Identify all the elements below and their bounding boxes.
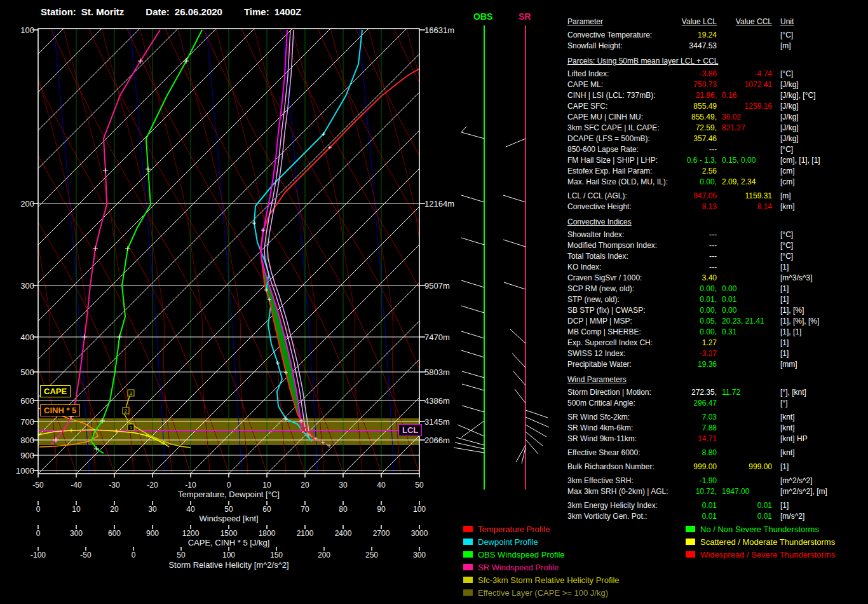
table-cell: Modified Thompson Index: [567,240,674,251]
profile-legend-item: Temperature Profile [463,523,620,535]
table-row: Max. Hail Size (OLD, MU, IL):0.00,2.09, … [567,177,866,188]
table-cell: --- [674,251,717,262]
table-row: Convective Temperature:19.24[°C] [567,30,866,41]
table-cell [717,434,772,444]
table-row: Precipitable Water:19.36[mm] [567,359,866,370]
table-row: SR Wind Sfc-2km:7.03[knt] [567,412,866,423]
table-cell: SWISS 12 Index: [567,348,674,359]
table-cell: [°C] [772,144,866,155]
table-cell: 0.05, [674,316,717,327]
table-cell: 3447.53 [674,41,717,51]
table-cell: 2.09, 2.34 [717,177,772,188]
table-cell: [1], [%], [%] [772,316,866,327]
legend-swatch [686,551,695,558]
table-cell: [°C] [772,240,866,251]
table-row: LCL / CCL (AGL):947.051159.31[m] [567,191,866,202]
table-cell: Craven SigSvr / 1000: [567,273,674,284]
table-cell: 750.73 [674,79,717,90]
table-cell: 3km SFC CAPE | IL CAPE: [567,123,674,134]
profile-legend-item: Sfc-3km Storm Relative Helicity Profile [463,573,620,586]
table-cell [717,262,772,273]
table-cell: [m^2/s^2] [772,476,866,486]
table-cell: 855.49 [674,101,717,112]
obs-column-label: OBS [473,11,492,22]
table-cell: [km] [772,202,866,212]
profile-legend-item: Effective Layer (CAPE >= 100 J/kg) [463,586,620,599]
table-row: Convective Height:8.138.14[km] [567,202,866,212]
table-row: 500m Critical Angle:296.47[°] [567,398,866,409]
cinh-profile-label: CINH * 5 [40,404,80,416]
table-cell: LCL / CCL (AGL): [567,191,674,202]
table-cell [717,144,772,155]
table-row: Estofex Exp. Hail Param:2.56[cm] [567,166,866,177]
table-cell [717,41,772,51]
table-row: DCP | MMP | MSP:0.05,20.23, 21.41[1], [%… [567,316,866,327]
table-cell [717,30,772,41]
profile-legend-item: Dewpoint Profile [463,535,620,548]
table-cell: Total Totals Index: [567,251,674,262]
table-cell [717,166,772,177]
table-cell [717,230,772,240]
table-cell: DCAPE (LFS = 500mB): [567,134,674,144]
table-cell: CAPE ML: [567,79,674,90]
table-cell: Exp. Supercell Index CH: [567,338,674,348]
profile-legend-item: OBS Windspeed Profile [463,548,620,561]
legend-text: OBS Windspeed Profile [478,550,565,559]
table-cell [717,359,772,370]
table-row: CAPE ML:750.731072.41[J/kg] [567,79,866,90]
table-cell: Max. Hail Size (OLD, MU, IL): [567,177,674,188]
table-cell: [knt] [772,448,866,458]
table-cell: 7.88 [674,423,717,434]
table-cell: 1159.31 [717,191,772,202]
legend-text: Sfc-3km Storm Relative Helicity Profile [478,575,620,585]
table-cell: [1] [772,262,866,273]
table-cell: 72.59, [674,123,717,134]
table-cell: Snowfall Height: [567,41,674,51]
table-cell: 10.72, [674,486,717,497]
cape-profile-label: CAPE [40,385,71,397]
legend-text: Scattered / Moderate Thunderstorms [700,537,835,547]
table-cell: [J/kg] [772,123,866,134]
table-cell: 357.46 [674,134,717,144]
table-cell: 3km Energy Helicity Index: [567,500,674,511]
table-cell: -4.74 [717,69,772,79]
legend-swatch [463,539,473,545]
table-cell: [knt] HP [772,434,866,444]
table-cell: 296.47 [674,398,717,409]
table-cell: 8.13 [674,202,717,212]
table-cell: [J/kg] [772,101,866,112]
table-cell: 999.00 [717,462,772,472]
table-cell: [°C] [772,251,866,262]
table-cell: Bulk Richardson Number: [567,462,674,472]
table-row: Effective Shear 6000:8.80[knt] [567,448,866,458]
table-cell: 11.72 [717,387,772,398]
legend-swatch [686,539,695,545]
legend-text: SR Windspeed Profile [478,563,559,572]
table-cell: 21.86, [674,90,717,101]
table-cell: 947.05 [674,191,717,202]
severity-legend: No / Non Severe ThunderstormsScattered /… [686,523,835,561]
table-cell: CAPE MU | CINH MU: [567,112,674,123]
table-row: 3km SFC CAPE | IL CAPE:72.59,821.27[J/kg… [567,123,866,134]
table-cell [717,476,772,486]
table-cell [717,338,772,348]
table-cell: 0.6 - 1.3, [674,155,717,166]
table-cell: 8.80 [674,448,717,458]
table-cell: SCP RM (new, old): [567,284,674,294]
table-cell: 821.27 [717,123,772,134]
severity-legend-item: No / Non Severe Thunderstorms [686,523,835,535]
table-cell: --- [674,240,717,251]
table-row: Total Totals Index:---[°C] [567,251,866,262]
table-cell: 0.31 [717,327,772,338]
table-section: Parcels: Using 50mB mean layer LCL + CCL [567,56,866,67]
table-cell: 0.01 [717,294,772,305]
table-cell: [°C] [772,30,866,41]
table-cell: 855.49, [674,112,717,123]
table-row: STP (new, old):0.01,0.01[1] [567,294,866,305]
legend-text: Widespread / Severe Thunderstorms [700,550,835,559]
table-row: FM Hail Size | SHIP | LHP:0.6 - 1.3,0.15… [567,155,866,166]
table-row: Bulk Richardson Number:999.00999.00[1] [567,462,866,472]
legend-text: Temperature Profile [478,525,550,534]
table-row: 3km Energy Helicity Index:0.010.01[1] [567,500,866,511]
table-row: 3km Effective SRH:-1.90[m^2/s^2] [567,476,866,486]
